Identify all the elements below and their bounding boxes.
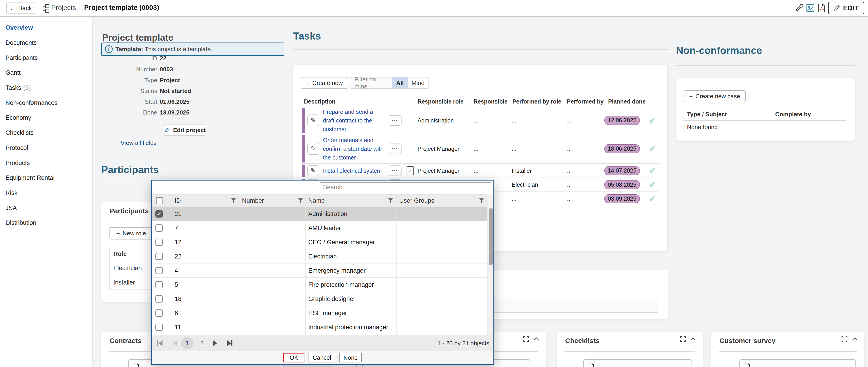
checklist-icon[interactable]: ✓ [407, 166, 414, 175]
modal-row[interactable]: 18Graphic designer [152, 292, 487, 306]
view-all-fields-link[interactable]: View all fields [121, 140, 157, 147]
row-checkbox[interactable] [155, 253, 163, 260]
report-chart-icon[interactable] [806, 4, 814, 12]
sidebar-item-jsa[interactable]: JSA [0, 201, 92, 215]
app-name[interactable]: Projects [51, 4, 76, 12]
edit-task-button[interactable]: ✎ [307, 115, 319, 126]
create-new-task-button[interactable]: + Create new [301, 77, 348, 89]
task-description-link[interactable]: Prepare and send a draft contract to the… [323, 108, 385, 133]
row-checkbox[interactable] [155, 295, 163, 303]
modal-row[interactable]: 5Fire protection manager [152, 278, 487, 292]
create-new-case-button[interactable]: + Create new case [684, 90, 746, 102]
tools-wrench-icon[interactable] [795, 4, 804, 12]
task-more-button[interactable]: ••• [389, 115, 402, 126]
filter-mine-segment[interactable]: Mine [407, 78, 428, 88]
modal-scrollbar[interactable] [488, 194, 493, 335]
non-conformance-heading: Non-conformance [676, 45, 762, 56]
task-more-button[interactable]: ••• [389, 144, 402, 154]
modal-row[interactable]: 12CEO / General manager [152, 235, 487, 249]
modal-row[interactable]: 4Emergency manager [152, 264, 487, 278]
sidebar-item-checklists[interactable]: Checklists [0, 125, 92, 141]
page-2-button[interactable]: 2 [200, 340, 204, 347]
checklists-card: Checklists [557, 332, 703, 367]
done-check-icon[interactable]: ✔ [649, 180, 656, 190]
row-checkbox[interactable] [155, 309, 163, 317]
field-row-id: ID22 [101, 55, 284, 62]
task-more-button[interactable]: ••• [389, 165, 402, 176]
planned-done-badge: 03.09.2025 [604, 194, 640, 203]
performed-by-role-cell: Electrician [512, 181, 538, 188]
checklists-action-button[interactable] [583, 359, 692, 367]
sidebar-item-overview[interactable]: Overview [0, 20, 92, 35]
fullscreen-icon[interactable] [523, 335, 530, 342]
scrollbar-thumb[interactable] [489, 208, 493, 265]
ok-button[interactable]: OK [283, 353, 304, 362]
filter-all-segment[interactable]: All [392, 78, 407, 88]
banner-text: This project is a template. [143, 46, 212, 53]
projects-hierarchy-icon [41, 4, 50, 13]
sidebar-item-protocol[interactable]: Protocol [0, 141, 92, 156]
sidebar-item-products[interactable]: Products [0, 155, 92, 171]
collapse-chevron-icon[interactable] [533, 337, 539, 341]
row-checkbox[interactable] [155, 239, 163, 246]
performed-by-cell: ... [567, 145, 572, 152]
row-checkbox[interactable] [155, 224, 163, 232]
done-check-icon[interactable]: ✔ [649, 194, 656, 204]
edit-button[interactable]: EDIT [828, 2, 864, 14]
sidebar-item-participants[interactable]: Participants [0, 50, 92, 65]
search-input[interactable] [320, 182, 491, 192]
participants-card-title: Participants [110, 207, 149, 215]
task-description-link[interactable]: Order materials and confirm a start date… [323, 136, 385, 162]
previous-page-button[interactable] [173, 340, 177, 346]
next-page-button[interactable] [213, 340, 217, 346]
last-page-button[interactable] [227, 340, 232, 346]
sidebar-item-non-conformances[interactable]: Non-conformances [0, 95, 92, 111]
done-check-icon[interactable]: ✔ [649, 166, 656, 176]
modal-row[interactable]: 22Electrician [152, 249, 487, 264]
row-checkbox[interactable] [155, 267, 163, 274]
new-role-button[interactable]: + New role [110, 227, 153, 240]
filter-funnel-icon[interactable] [230, 198, 236, 204]
edit-project-button[interactable]: Edit project [164, 125, 206, 135]
filter-funnel-icon[interactable] [478, 198, 484, 204]
sidebar-item-equipment-rental[interactable]: Equipment Rental [0, 171, 92, 186]
modal-row[interactable]: 11Industrial protection manager [152, 320, 487, 334]
row-checkbox[interactable] [155, 281, 163, 288]
sidebar-item-risk[interactable]: Risk [0, 186, 92, 201]
sidebar-item-distribution[interactable]: Distribution [0, 215, 92, 231]
collapse-chevron-icon[interactable] [851, 337, 858, 341]
filter-funnel-icon[interactable] [298, 198, 303, 204]
done-check-icon[interactable]: ✔ [649, 144, 656, 154]
edit-task-button[interactable]: ✎ [307, 143, 319, 155]
sidebar-item-documents[interactable]: Documents [0, 35, 92, 51]
first-page-button[interactable] [157, 340, 162, 346]
task-description-link[interactable]: Install electrical system [323, 166, 382, 175]
row-checkbox[interactable] [155, 324, 163, 331]
modal-row[interactable]: 7AMU leader [152, 221, 487, 235]
select-all-checkbox[interactable] [156, 197, 163, 204]
non-conformance-table-header: Type / Subject Complete by [684, 108, 846, 121]
fullscreen-icon[interactable] [679, 335, 686, 342]
filter-funnel-icon[interactable] [388, 198, 393, 204]
survey-action-button[interactable] [739, 359, 856, 367]
non-conformance-table: Type / Subject Complete by None found [684, 108, 846, 133]
task-stripe [302, 135, 305, 162]
row-checkbox[interactable]: ✓ [155, 210, 163, 218]
fullscreen-icon[interactable] [841, 335, 848, 342]
done-check-icon[interactable]: ✔ [649, 115, 656, 125]
back-button[interactable]: ← Back [6, 2, 35, 14]
modal-row[interactable]: ✓ 21Administration [152, 207, 487, 221]
collapse-chevron-icon[interactable] [690, 337, 696, 341]
page-1-button[interactable]: 1 [181, 337, 193, 349]
planned-done-badge: 12.06.2025 [604, 116, 640, 125]
cancel-button[interactable]: Cancel [309, 353, 335, 362]
sidebar-item-economy[interactable]: Economy [0, 111, 92, 125]
edit-task-button[interactable]: ✎ [307, 165, 318, 176]
non-conformance-card: + Create new case Type / Subject Complet… [676, 79, 855, 141]
sidebar-item-gantt[interactable]: Gantt [0, 65, 92, 81]
none-button[interactable]: None [339, 353, 362, 362]
pdf-export-icon[interactable] [818, 4, 826, 12]
modal-footer: OK Cancel None [152, 351, 493, 364]
sidebar-item-tasks[interactable]: Tasks(5) [0, 81, 92, 95]
modal-row[interactable]: 6HSE manager [152, 306, 487, 320]
